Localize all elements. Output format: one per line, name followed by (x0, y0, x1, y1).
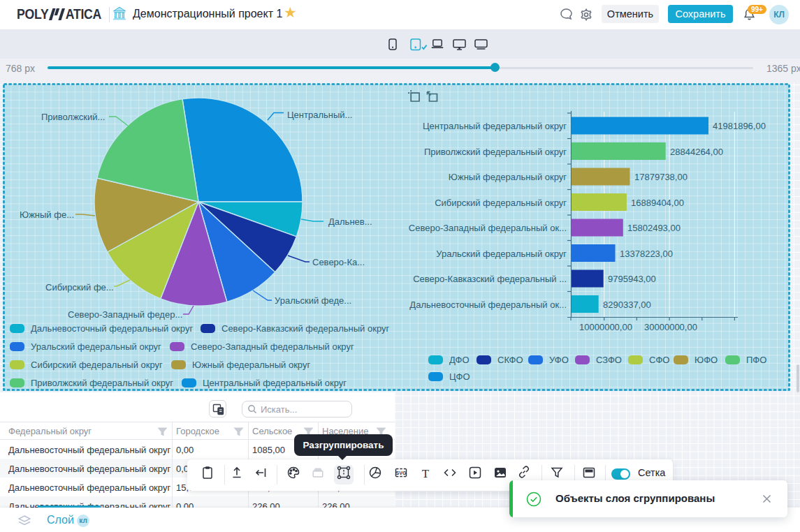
svg-text:SVG: SVG (396, 471, 407, 475)
